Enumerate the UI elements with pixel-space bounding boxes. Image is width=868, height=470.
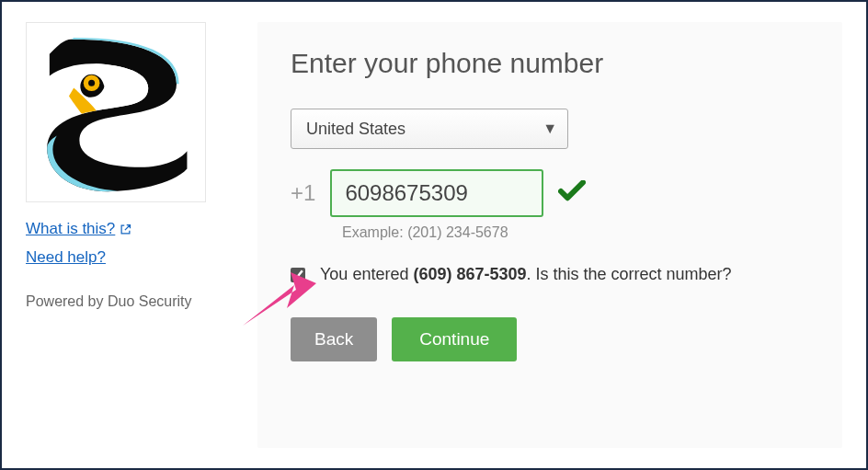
org-logo xyxy=(26,22,206,202)
what-is-this-label: What is this? xyxy=(26,215,115,244)
confirm-suffix: . Is this the correct number? xyxy=(527,265,732,283)
external-link-icon xyxy=(119,223,132,236)
help-links: What is this? Need help? xyxy=(26,215,224,271)
page-title: Enter your phone number xyxy=(291,48,811,79)
sidebar: What is this? Need help? Powered by Duo … xyxy=(26,22,224,448)
phone-number-input[interactable] xyxy=(330,169,543,217)
need-help-link[interactable]: Need help? xyxy=(26,244,106,272)
confirm-checkbox[interactable] xyxy=(291,268,305,282)
window-frame: What is this? Need help? Powered by Duo … xyxy=(0,0,868,470)
back-button[interactable]: Back xyxy=(291,317,377,361)
phone-input-row: +1 xyxy=(291,169,811,217)
button-row: Back Continue xyxy=(291,317,811,361)
country-select[interactable]: United States xyxy=(291,109,568,149)
confirm-prefix: You entered xyxy=(320,265,413,283)
content-frame: What is this? Need help? Powered by Duo … xyxy=(26,22,842,448)
confirm-text: You entered (609) 867-5309. Is this the … xyxy=(320,265,732,284)
confirm-row: You entered (609) 867-5309. Is this the … xyxy=(291,265,811,284)
confirm-number: (609) 867-5309 xyxy=(413,265,526,283)
main-panel: Enter your phone number United States ▼ … xyxy=(257,22,842,448)
country-select-wrap: United States ▼ xyxy=(291,109,568,149)
logo-svg xyxy=(35,31,197,193)
what-is-this-link[interactable]: What is this? xyxy=(26,215,132,244)
dial-prefix: +1 xyxy=(291,180,315,206)
example-text: Example: (201) 234-5678 xyxy=(342,224,811,241)
continue-button[interactable]: Continue xyxy=(392,317,517,361)
powered-by-text: Powered by Duo Security xyxy=(26,293,224,310)
checkmark-icon xyxy=(558,180,586,206)
svg-point-1 xyxy=(88,80,95,86)
